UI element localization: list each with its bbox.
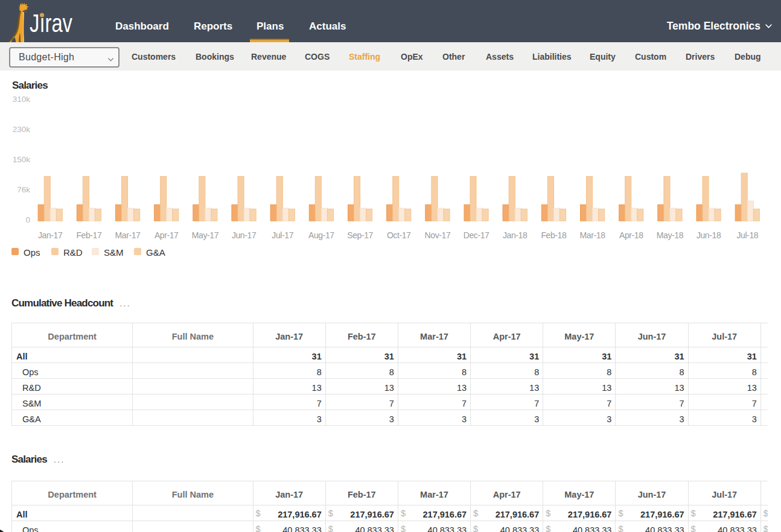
svg-text:Nov-17: Nov-17 [425, 230, 451, 240]
svg-text:Jun-17: Jun-17 [232, 230, 257, 240]
svg-text:May-17: May-17 [192, 230, 219, 240]
svg-text:Aug-17: Aug-17 [308, 230, 334, 240]
svg-text:Mar-17: Mar-17 [115, 230, 141, 240]
svg-text:Jul-18: Jul-18 [736, 230, 758, 240]
svg-text:Oct-17: Oct-17 [387, 230, 411, 240]
svg-text:Feb-18: Feb-18 [541, 230, 567, 240]
svg-text:Mar-18: Mar-18 [580, 230, 606, 240]
svg-text:Jul-17: Jul-17 [272, 230, 293, 240]
svg-text:Apr-17: Apr-17 [155, 230, 179, 240]
svg-text:Jun-18: Jun-18 [697, 230, 721, 240]
svg-text:0: 0 [25, 215, 30, 224]
svg-text:150k: 150k [13, 155, 31, 164]
svg-text:310k: 310k [13, 95, 31, 104]
svg-text:Feb-17: Feb-17 [76, 230, 102, 240]
svg-text:Jan-18: Jan-18 [503, 230, 528, 240]
svg-text:May-18: May-18 [657, 230, 684, 240]
svg-text:76k: 76k [17, 185, 30, 194]
svg-text:Apr-18: Apr-18 [619, 230, 643, 240]
svg-text:Sep-17: Sep-17 [347, 230, 373, 240]
svg-text:Dec-17: Dec-17 [464, 230, 489, 240]
svg-text:Jan-17: Jan-17 [38, 230, 63, 240]
svg-text:Jırav: Jırav [30, 9, 72, 37]
svg-text:230k: 230k [13, 125, 31, 134]
